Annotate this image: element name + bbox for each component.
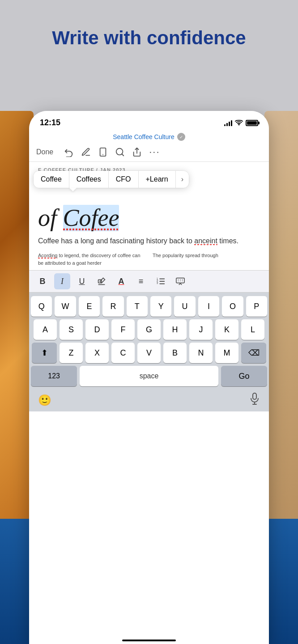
body-col-1: Acording to legend, the discovery of cof… bbox=[38, 252, 145, 267]
key-k[interactable]: K bbox=[215, 319, 238, 340]
list-button[interactable]: ≡ bbox=[133, 273, 149, 289]
doc-title: Seattle Coffee Culture bbox=[113, 133, 175, 140]
keyboard: Q W E R T Y U I O P A S D F G H J K L ⬆ … bbox=[29, 292, 269, 391]
time-display: 12:15 bbox=[40, 118, 60, 127]
phone-mockup: 12:15 Seattle Coffee Cultur bbox=[29, 111, 269, 644]
subtitle-text: Coffee has a long and fascinating histor… bbox=[29, 231, 269, 248]
autocorrect-popup: Coffee Coffees CFO +Learn › bbox=[34, 171, 189, 188]
status-bar: 12:15 bbox=[29, 111, 269, 131]
key-v[interactable]: V bbox=[137, 343, 161, 363]
key-l[interactable]: L bbox=[241, 319, 264, 340]
key-b[interactable]: B bbox=[163, 343, 187, 363]
key-c[interactable]: C bbox=[111, 343, 135, 363]
key-a[interactable]: A bbox=[34, 319, 57, 340]
key-n[interactable]: N bbox=[189, 343, 213, 363]
search-button[interactable] bbox=[115, 147, 125, 157]
autocorrect-coffee[interactable]: Coffee bbox=[34, 171, 69, 188]
key-d[interactable]: D bbox=[85, 319, 109, 340]
svg-text:3: 3 bbox=[157, 282, 158, 285]
space-key[interactable]: space bbox=[80, 366, 218, 386]
numbered-list-button[interactable]: 123 bbox=[153, 273, 169, 289]
title-misspelled-word: Cofee bbox=[63, 205, 119, 231]
svg-rect-21 bbox=[253, 393, 256, 399]
share-button[interactable] bbox=[132, 147, 142, 157]
svg-rect-14 bbox=[176, 278, 184, 283]
home-indicator bbox=[122, 640, 176, 641]
keyboard-row-4: 123 space Go bbox=[31, 366, 267, 386]
svg-point-0 bbox=[238, 124, 239, 125]
autocorrect-learn[interactable]: +Learn bbox=[139, 171, 176, 188]
text-color-button[interactable]: A bbox=[113, 273, 129, 289]
key-s[interactable]: S bbox=[60, 319, 83, 340]
left-decoration bbox=[0, 111, 34, 519]
bottom-bar: 🙂 bbox=[29, 391, 269, 411]
key-m[interactable]: M bbox=[215, 343, 238, 363]
pencil-button[interactable] bbox=[81, 147, 91, 157]
page-heading: Write with confidence bbox=[0, 27, 298, 49]
underline-button[interactable]: U bbox=[74, 273, 90, 289]
highlight-button[interactable] bbox=[94, 273, 110, 289]
right-decoration bbox=[264, 111, 298, 519]
undo-button[interactable] bbox=[64, 147, 74, 157]
battery-icon bbox=[246, 120, 258, 126]
go-key[interactable]: Go bbox=[221, 366, 267, 386]
doc-title-bar: Seattle Coffee Culture ✓ bbox=[29, 131, 269, 143]
phone-button[interactable] bbox=[98, 147, 108, 157]
autocorrect-coffees[interactable]: Coffees bbox=[69, 171, 109, 188]
autocorrect-next-arrow[interactable]: › bbox=[176, 171, 189, 188]
keyboard-row-1: Q W E R T Y U I O P bbox=[31, 296, 267, 317]
italic-button[interactable]: I bbox=[54, 273, 70, 289]
key-y[interactable]: Y bbox=[150, 296, 171, 317]
key-z[interactable]: Z bbox=[60, 343, 83, 363]
key-w[interactable]: W bbox=[55, 296, 76, 317]
key-j[interactable]: J bbox=[189, 319, 213, 340]
wifi-icon bbox=[235, 119, 243, 127]
cloud-sync-icon: ✓ bbox=[177, 133, 185, 141]
title-prefix: of bbox=[38, 204, 63, 231]
done-button[interactable]: Done bbox=[36, 148, 53, 156]
key-q[interactable]: Q bbox=[31, 296, 52, 317]
shift-key[interactable]: ⬆ bbox=[32, 343, 57, 363]
key-p[interactable]: P bbox=[246, 296, 267, 317]
key-e[interactable]: E bbox=[79, 296, 100, 317]
body-col-2: The popularity spread through bbox=[153, 252, 260, 267]
svg-line-4 bbox=[122, 154, 124, 156]
bold-button[interactable]: B bbox=[34, 273, 51, 289]
keyboard-row-3: ⬆ Z X C V B N M ⌫ bbox=[31, 343, 267, 363]
article-title-area: Coffee Coffees CFO +Learn › of Cofee bbox=[29, 174, 269, 231]
key-o[interactable]: O bbox=[222, 296, 243, 317]
key-h[interactable]: H bbox=[163, 319, 187, 340]
keyboard-row-2: A S D F G H J K L bbox=[31, 319, 267, 340]
key-x[interactable]: X bbox=[85, 343, 109, 363]
keyboard-dismiss-button[interactable] bbox=[172, 273, 188, 289]
signal-icon bbox=[224, 120, 232, 126]
key-t[interactable]: T bbox=[127, 296, 148, 317]
key-i[interactable]: I bbox=[198, 296, 219, 317]
numbers-key[interactable]: 123 bbox=[31, 366, 77, 386]
format-toolbar: B I U A ≡ 123 bbox=[29, 270, 269, 292]
autocorrect-cfo[interactable]: CFO bbox=[109, 171, 139, 188]
key-f[interactable]: F bbox=[111, 319, 135, 340]
mic-icon[interactable] bbox=[249, 393, 260, 408]
misspelled-anceint: anceint bbox=[194, 237, 217, 245]
editor-toolbar: Done ··· bbox=[29, 143, 269, 162]
body-columns: Acording to legend, the discovery of cof… bbox=[29, 248, 269, 270]
delete-key[interactable]: ⌫ bbox=[241, 343, 266, 363]
key-u[interactable]: U bbox=[174, 296, 195, 317]
heading-text: Write with confidence bbox=[52, 27, 246, 48]
key-g[interactable]: G bbox=[137, 319, 161, 340]
status-icons bbox=[224, 119, 258, 127]
document-content: E COFFEE CULTURE / JAN 2023 Coffee Coffe… bbox=[29, 162, 269, 270]
key-r[interactable]: R bbox=[102, 296, 123, 317]
emoji-icon[interactable]: 🙂 bbox=[38, 394, 51, 407]
article-big-title: of Cofee bbox=[38, 191, 260, 231]
more-button[interactable]: ··· bbox=[149, 146, 160, 158]
